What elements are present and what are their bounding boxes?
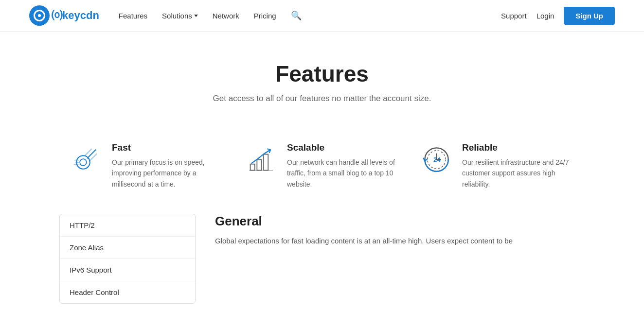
page-title: Features [10, 61, 634, 87]
search-icon[interactable]: 🔍 [291, 10, 302, 21]
logo-o: ⒪ [52, 9, 62, 21]
lower-section: HTTP/2 Zone Alias IPv6 Support Header Co… [30, 209, 614, 304]
reliable-icon-wrap: 24 [419, 142, 453, 176]
general-title: General [215, 214, 585, 229]
list-item-zone-alias[interactable]: Zone Alias [60, 237, 195, 259]
nav-link-solutions[interactable]: Solutions [162, 12, 198, 20]
nav-link-features[interactable]: Features [119, 12, 147, 20]
hero-subtitle: Get access to all of our features no mat… [200, 94, 444, 103]
feature-reliable: 24 Reliable Our resilient infrastructure… [410, 142, 585, 189]
general-content: General Global expectations for fast loa… [215, 214, 585, 247]
feature-list: HTTP/2 Zone Alias IPv6 Support Header Co… [60, 214, 195, 303]
feature-fast: Fast Our primary focus is on speed, impr… [59, 142, 234, 189]
nav-link-network[interactable]: Network [213, 12, 239, 20]
feature-scalable: Scalable Our network can handle all leve… [234, 142, 410, 189]
nav-links: Features Solutions Network Pricing 🔍 [119, 10, 302, 21]
svg-rect-8 [250, 164, 254, 170]
svg-rect-10 [264, 154, 268, 170]
scalable-text: Scalable Our network can handle all leve… [287, 142, 400, 189]
hero-section: Features Get access to all of our featur… [0, 32, 644, 123]
logo-text: ⒪keycdn [52, 8, 99, 23]
nav-support-link[interactable]: Support [501, 12, 527, 20]
list-item-header-control[interactable]: Header Control [60, 281, 195, 303]
fast-icon-wrap [69, 142, 103, 176]
logo-inner-circle [34, 10, 45, 21]
list-item-ipv6[interactable]: IPv6 Support [60, 259, 195, 281]
features-row: Fast Our primary focus is on speed, impr… [30, 123, 614, 209]
navbar: ⒪keycdn Features Solutions Network Prici… [0, 0, 644, 32]
scalable-icon-wrap [244, 142, 278, 176]
reliable-icon: 24 [421, 144, 452, 175]
svg-rect-9 [257, 159, 261, 170]
scalable-description: Our network can handle all levels of tra… [287, 157, 400, 189]
reliable-description: Our resilient infrastructure and 24/7 cu… [462, 157, 575, 189]
fast-description: Our primary focus is on speed, improving… [112, 157, 225, 189]
chevron-down-icon [194, 15, 198, 17]
signup-button[interactable]: Sign Up [564, 7, 615, 25]
fast-icon [72, 145, 101, 174]
fast-text: Fast Our primary focus is on speed, impr… [112, 142, 225, 189]
svg-line-2 [88, 150, 96, 158]
nav-link-pricing[interactable]: Pricing [254, 12, 276, 20]
svg-point-1 [80, 159, 87, 166]
reliable-text: Reliable Our resilient infrastructure an… [462, 142, 575, 189]
logo[interactable]: ⒪keycdn [29, 5, 99, 26]
list-item-http2[interactable]: HTTP/2 [60, 214, 195, 237]
nav-right: Support Login Sign Up [501, 7, 615, 25]
general-description: Global expectations for fast loading con… [215, 235, 585, 247]
fast-title: Fast [112, 142, 225, 153]
scalable-title: Scalable [287, 142, 400, 153]
nav-login-link[interactable]: Login [537, 12, 555, 20]
logo-icon [29, 5, 50, 26]
nav-left: ⒪keycdn Features Solutions Network Prici… [29, 5, 302, 26]
feature-list-card: HTTP/2 Zone Alias IPv6 Support Header Co… [59, 214, 196, 304]
scalable-icon [248, 146, 275, 173]
reliable-title: Reliable [462, 142, 575, 153]
